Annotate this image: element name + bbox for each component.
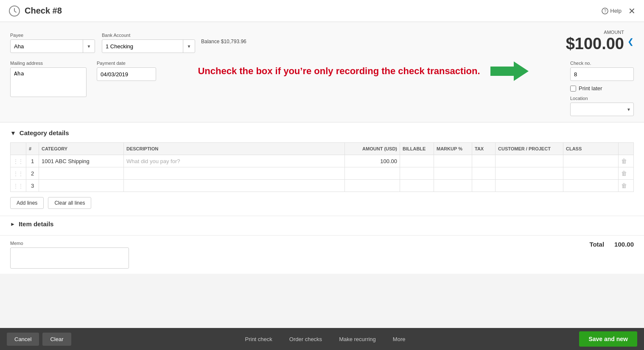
- cancel-button[interactable]: Cancel: [7, 333, 39, 346]
- delete-cell[interactable]: 🗑: [619, 155, 634, 167]
- customer-project-cell[interactable]: [496, 167, 563, 180]
- category-table-body: ⋮⋮ 1 1001 ABC Shipping What did you pay …: [11, 155, 634, 192]
- delete-row-icon[interactable]: 🗑: [621, 182, 627, 189]
- col-num: #: [26, 143, 39, 155]
- category-toggle-icon[interactable]: ▼: [10, 130, 16, 136]
- category-cell[interactable]: 1001 ABC Shipping: [39, 155, 124, 167]
- balance-text: Balance $10,793.96: [201, 39, 246, 44]
- row-num: 2: [26, 167, 39, 180]
- item-toggle-icon[interactable]: ►: [10, 221, 15, 227]
- location-select[interactable]: [571, 105, 627, 114]
- total-row: Total 100.00: [589, 241, 634, 248]
- mailing-address-input[interactable]: Aha: [10, 67, 87, 97]
- billable-cell[interactable]: [400, 167, 434, 180]
- footer-left: Cancel Clear: [7, 333, 71, 346]
- payee-label: Payee: [10, 33, 95, 38]
- col-tax: TAX: [472, 143, 496, 155]
- tax-cell[interactable]: [472, 180, 496, 192]
- class-cell[interactable]: [563, 167, 619, 180]
- help-button[interactable]: ? Help: [602, 8, 622, 14]
- order-checks-button[interactable]: Order checks: [281, 333, 330, 346]
- mailing-address-label: Mailing address: [10, 61, 87, 66]
- table-header-row: # CATEGORY DESCRIPTION AMOUNT (USD) BILL…: [11, 143, 634, 155]
- form-row-2: Mailing address Aha Payment date Uncheck…: [10, 61, 634, 116]
- amount-cell[interactable]: 100.00: [345, 155, 400, 167]
- payment-date-group: Payment date: [97, 61, 156, 81]
- save-and-new-button[interactable]: Save and new: [579, 331, 637, 347]
- payment-date-label: Payment date: [97, 61, 156, 66]
- table-row: ⋮⋮ 1 1001 ABC Shipping What did you pay …: [11, 155, 634, 167]
- description-cell[interactable]: [124, 167, 345, 180]
- mailing-address-group: Mailing address Aha: [10, 61, 87, 97]
- bank-account-input[interactable]: [102, 42, 183, 51]
- markup-cell[interactable]: [434, 180, 472, 192]
- category-section-title: Category details: [20, 129, 69, 136]
- description-cell[interactable]: What did you pay for?: [124, 155, 345, 167]
- check-no-group: Check no.: [570, 61, 634, 81]
- header: Check #8 ? Help ✕: [0, 0, 644, 22]
- delete-cell[interactable]: 🗑: [619, 167, 634, 180]
- delete-row-icon[interactable]: 🗑: [621, 170, 627, 177]
- class-cell[interactable]: [563, 155, 619, 167]
- category-cell[interactable]: [39, 167, 124, 180]
- category-cell[interactable]: [39, 180, 124, 192]
- class-cell[interactable]: [563, 180, 619, 192]
- bank-account-dropdown-button[interactable]: ▼: [183, 40, 195, 53]
- memo-total-row: Memo Total 100.00: [0, 235, 644, 274]
- header-left: Check #8: [8, 5, 62, 17]
- customer-project-cell[interactable]: [496, 155, 563, 167]
- drag-handle-icon[interactable]: ⋮⋮: [13, 158, 23, 164]
- payee-input[interactable]: [11, 42, 83, 51]
- check-no-input[interactable]: [570, 67, 634, 81]
- category-table: # CATEGORY DESCRIPTION AMOUNT (USD) BILL…: [10, 142, 634, 192]
- help-icon: ?: [602, 8, 608, 14]
- memo-label: Memo: [10, 241, 129, 246]
- print-check-button[interactable]: Print check: [237, 333, 281, 346]
- billable-cell[interactable]: [400, 180, 434, 192]
- category-section-header[interactable]: ▼ Category details: [10, 129, 634, 136]
- drag-handle-cell: ⋮⋮: [11, 167, 26, 180]
- description-cell[interactable]: [124, 180, 345, 192]
- amount-cell[interactable]: [345, 167, 400, 180]
- print-later-row[interactable]: Print later: [570, 85, 634, 92]
- delete-cell[interactable]: 🗑: [619, 180, 634, 192]
- col-class: CLASS: [563, 143, 619, 155]
- bank-account-input-wrapper: ▼: [102, 39, 195, 53]
- add-lines-button[interactable]: Add lines: [10, 197, 44, 209]
- check-no-label: Check no.: [570, 61, 634, 66]
- tax-cell[interactable]: [472, 155, 496, 167]
- green-arrow-icon: [490, 61, 529, 82]
- delete-row-icon[interactable]: 🗑: [621, 158, 627, 164]
- markup-cell[interactable]: [434, 167, 472, 180]
- item-section-header[interactable]: ► Item details: [10, 220, 634, 228]
- clear-button[interactable]: Clear: [42, 333, 71, 346]
- col-description: DESCRIPTION: [124, 143, 345, 155]
- payment-date-input[interactable]: [97, 67, 156, 81]
- amount-section: AMOUNT $100.00: [566, 30, 624, 53]
- bank-account-group: Bank Account ▼: [102, 33, 195, 53]
- item-section-title: Item details: [19, 220, 54, 228]
- amount-label: AMOUNT: [566, 30, 624, 35]
- billable-cell[interactable]: [400, 155, 434, 167]
- header-right: ? Help ✕: [602, 6, 636, 16]
- side-collapse-button[interactable]: ❮: [627, 37, 634, 46]
- payee-group: Payee ▼: [10, 33, 95, 53]
- close-button[interactable]: ✕: [628, 6, 636, 16]
- memo-input[interactable]: [10, 247, 129, 269]
- drag-handle-icon[interactable]: ⋮⋮: [13, 171, 23, 177]
- col-delete: [619, 143, 634, 155]
- markup-cell[interactable]: [434, 155, 472, 167]
- location-label: Location: [570, 96, 634, 101]
- amount-cell[interactable]: [345, 180, 400, 192]
- annotation-text: Uncheck the box if you’re only recording…: [198, 65, 480, 78]
- tax-cell[interactable]: [472, 167, 496, 180]
- payee-dropdown-button[interactable]: ▼: [83, 40, 95, 53]
- drag-handle-icon[interactable]: ⋮⋮: [13, 183, 23, 189]
- total-label: Total: [589, 241, 604, 248]
- more-button[interactable]: More: [384, 333, 414, 346]
- clear-all-lines-button[interactable]: Clear all lines: [48, 197, 91, 209]
- customer-project-cell[interactable]: [496, 180, 563, 192]
- make-recurring-button[interactable]: Make recurring: [330, 333, 384, 346]
- category-section: ▼ Category details # CATEGORY DESCRIPTIO…: [0, 122, 644, 216]
- print-later-checkbox[interactable]: [570, 86, 576, 92]
